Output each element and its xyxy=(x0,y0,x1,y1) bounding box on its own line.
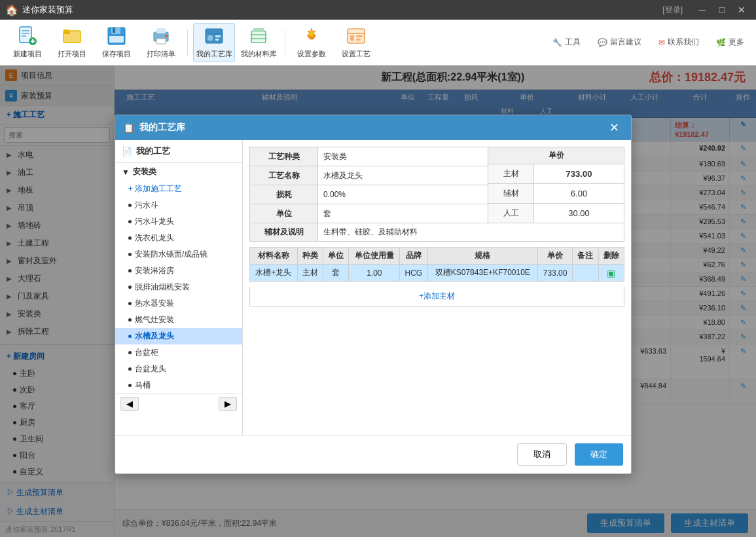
new-project-button[interactable]: 新建项目 xyxy=(7,23,48,62)
tree-item-fanyou[interactable]: 脱排油烟机安装 xyxy=(115,279,242,295)
main-material-row: 主材 733.00 xyxy=(488,164,624,184)
scroll-right-btn[interactable]: ▶ xyxy=(219,397,237,411)
svg-rect-21 xyxy=(215,35,221,37)
window-controls: ─ □ ✕ xyxy=(693,3,751,17)
print-button[interactable]: 打印清单 xyxy=(140,23,182,62)
mat-th-spec: 规格 xyxy=(427,248,538,265)
open-project-button[interactable]: 打开项目 xyxy=(51,23,93,62)
mat-usage: 1.00 xyxy=(349,265,400,282)
tools-btn[interactable]: 🔧 工具 xyxy=(547,34,586,50)
craft-library-dialog: 📋 我的工艺库 ✕ 📄 我的工艺 ▼ 安装类 + 添加施工工艺 xyxy=(115,115,632,474)
tree-item-taipenlongtou[interactable]: 台盆龙头 xyxy=(115,361,242,377)
mat-row: 水槽+龙头 主材 套 1.00 HCG 双槽KS07843E+KF70010E … xyxy=(250,265,624,282)
tree-item-reshuiqi[interactable]: 热水器安装 xyxy=(115,295,242,312)
mat-del[interactable]: ▣ xyxy=(598,265,624,282)
price-breakdown: 主材 733.00 辅材 6.00 人工 30.00 xyxy=(488,164,624,223)
auxiliary-label: 辅材 xyxy=(488,184,534,203)
mat-note xyxy=(573,265,598,282)
dialog-left-panel: 📄 我的工艺 ▼ 安装类 + 添加施工工艺 污水斗 xyxy=(115,140,243,435)
mat-th-unit: 单位 xyxy=(323,248,348,265)
group-label: 安装类 xyxy=(133,166,156,177)
unit-price-area: 单价 主材 733.00 辅材 6.00 人工 xyxy=(488,147,624,223)
contact-btn[interactable]: ✉ 联系我们 xyxy=(653,34,704,50)
tree-item-xiyijilongtou[interactable]: 洗衣机龙头 xyxy=(115,230,242,246)
dialog-icon: 📋 xyxy=(123,122,134,133)
settings-button[interactable]: 设置参数 xyxy=(291,23,333,62)
add-label: + 添加施工工艺 xyxy=(128,183,182,194)
feedback-label: 留言建议 xyxy=(610,37,641,48)
dialog-close-button[interactable]: ✕ xyxy=(605,120,623,135)
mat-unit: 套 xyxy=(323,265,348,282)
my-crafts-icon xyxy=(204,26,225,46)
svg-rect-20 xyxy=(207,35,213,41)
confirm-button[interactable]: 确定 xyxy=(575,443,623,466)
cancel-button[interactable]: 取消 xyxy=(517,443,567,466)
auxiliary-value: 6.00 xyxy=(534,185,624,202)
tree-scroll-buttons: ◀ ▶ xyxy=(115,394,242,413)
labor-value: 30.00 xyxy=(534,204,624,222)
svg-rect-22 xyxy=(215,39,219,41)
add-material-label: +添加主材 xyxy=(419,291,455,301)
print-label: 打印清单 xyxy=(147,49,175,59)
tree-item-wushuilongtou[interactable]: 污水斗龙头 xyxy=(115,213,242,230)
tree-item-taipengui[interactable]: 台盆柜 xyxy=(115,344,242,361)
svg-rect-31 xyxy=(356,35,363,37)
my-materials-label: 我的材料库 xyxy=(241,49,277,59)
mat-price: 733.00 xyxy=(538,265,573,282)
dialog-title-left: 📋 我的工艺库 xyxy=(123,122,185,134)
svg-rect-15 xyxy=(156,28,166,33)
separator-2 xyxy=(285,29,285,56)
craft-info-table: 工艺种类 安装类 单价 主材 733.00 辅材 6.00 xyxy=(249,147,624,242)
save-project-label: 保存项目 xyxy=(102,49,131,59)
mat-th-brand: 品牌 xyxy=(400,248,427,265)
more-label: 更多 xyxy=(729,37,744,48)
my-materials-icon xyxy=(248,26,269,46)
tree-item-shuicao[interactable]: 水槽及龙头 xyxy=(115,328,242,344)
add-craft-dialog-btn[interactable]: + 添加施工工艺 xyxy=(115,181,242,197)
craft-group-header[interactable]: ▼ 安装类 xyxy=(115,163,242,181)
open-project-label: 打开项目 xyxy=(58,49,86,59)
scroll-left-btn[interactable]: ◀ xyxy=(120,397,139,411)
dialog-left-title-text: 我的工艺 xyxy=(136,145,170,157)
dialog-right-panel: 工艺种类 安装类 单价 主材 733.00 辅材 6.00 xyxy=(243,140,631,435)
add-material-btn[interactable]: +添加主材 xyxy=(249,287,624,306)
maximize-btn[interactable]: □ xyxy=(713,3,731,17)
settings-icon xyxy=(301,26,322,46)
close-btn[interactable]: ✕ xyxy=(732,3,751,17)
minimize-btn[interactable]: ─ xyxy=(693,3,711,17)
title-bar-left: 🏠 迷你家装预算 xyxy=(5,4,73,16)
toolbar-right: 🔧 工具 💬 留言建议 ✉ 联系我们 🌿 更多 xyxy=(547,34,749,50)
feedback-btn[interactable]: 💬 留言建议 xyxy=(592,34,647,50)
svg-point-17 xyxy=(165,35,168,37)
mat-th-price: 单价 xyxy=(538,248,573,265)
labor-row: 人工 30.00 xyxy=(488,204,624,223)
loss-label: 损耗 xyxy=(250,185,318,204)
tree-item-linyu[interactable]: 安装淋浴房 xyxy=(115,263,242,279)
craft-type-value: 安装类 xyxy=(318,147,488,166)
set-craft-button[interactable]: 设置工艺 xyxy=(335,23,377,62)
main-material-value: 733.00 xyxy=(534,165,624,183)
tree-item-matong[interactable]: 马桶 xyxy=(115,377,242,394)
svg-rect-24 xyxy=(253,28,264,32)
my-crafts-button[interactable]: 我的工艺库 xyxy=(193,23,235,62)
my-materials-button[interactable]: 我的材料库 xyxy=(238,23,279,62)
save-project-button[interactable]: 保存项目 xyxy=(96,23,137,62)
svg-rect-12 xyxy=(113,28,115,33)
new-project-icon xyxy=(17,26,38,46)
tree-item-jingmian[interactable]: 安装防水镜面/成品镜 xyxy=(115,246,242,263)
login-btn[interactable]: [登录] xyxy=(662,5,683,16)
mat-name: 水槽+龙头 xyxy=(250,265,298,282)
craft-group-install: ▼ 安装类 + 添加施工工艺 污水斗 污水斗龙头 xyxy=(115,163,242,394)
title-bar: 🏠 迷你家装预算 [登录] ─ □ ✕ xyxy=(0,0,756,20)
svg-rect-30 xyxy=(350,35,354,41)
active-item-label: 水槽及龙头 xyxy=(135,331,174,342)
tree-item-wushuidou[interactable]: 污水斗 xyxy=(115,197,242,213)
svg-rect-16 xyxy=(156,39,166,44)
auxiliary-row: 辅材 6.00 xyxy=(488,184,624,204)
dialog-title-bar: 📋 我的工艺库 ✕ xyxy=(115,115,631,140)
mat-th-del: 删除 xyxy=(598,248,624,265)
my-crafts-icon-dialog: 📄 xyxy=(122,147,132,157)
tree-item-ranqizao[interactable]: 燃气灶安装 xyxy=(115,312,242,328)
more-btn[interactable]: 🌿 更多 xyxy=(711,34,749,50)
mat-th-name: 材料名称 xyxy=(250,248,298,265)
